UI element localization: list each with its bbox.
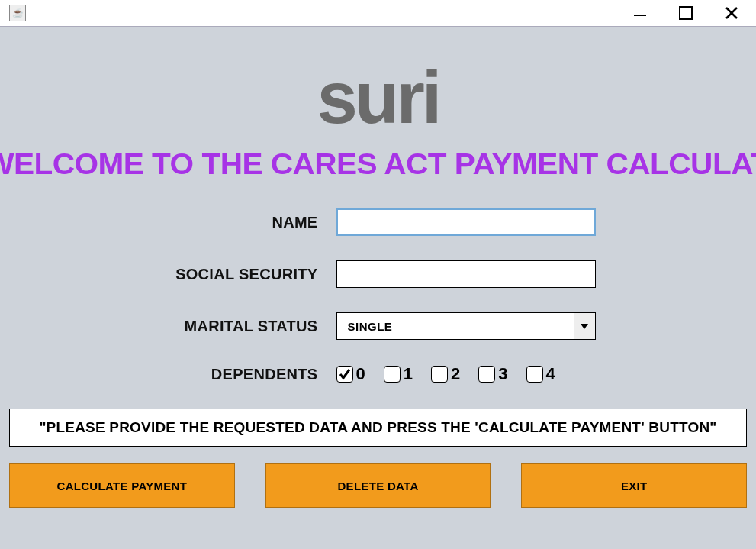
dep-checkbox-0[interactable] [336, 366, 353, 383]
logo-row: suri [0, 56, 756, 140]
dep-label-4: 4 [546, 364, 555, 384]
delete-data-button[interactable]: DELETE DATA [265, 463, 491, 508]
window-titlebar [0, 0, 756, 26]
minimize-button[interactable] [629, 2, 651, 24]
instruction-text: "PLEASE PROVIDE THE REQUESTED DATA AND P… [9, 409, 747, 447]
chevron-down-icon [574, 313, 595, 339]
dep-checkbox-2[interactable] [431, 366, 448, 383]
dep-option-0: 0 [336, 364, 365, 384]
dep-label-3: 3 [498, 364, 507, 384]
dependents-group: 0 1 2 3 [336, 364, 611, 384]
label-ssn: SOCIAL SECURITY [146, 266, 336, 283]
dep-checkbox-4[interactable] [526, 366, 543, 383]
java-app-icon [9, 5, 26, 21]
maximize-button[interactable] [675, 2, 696, 24]
row-dependents: DEPENDENTS 0 1 [0, 364, 756, 384]
ssn-field[interactable] [336, 260, 596, 288]
dep-option-1: 1 [384, 364, 413, 384]
label-marital: MARITAL STATUS [146, 318, 336, 335]
label-dependents: DEPENDENTS [146, 366, 336, 383]
dep-checkbox-1[interactable] [384, 366, 401, 383]
marital-selected-value: SINGLE [337, 320, 574, 333]
form: NAME SOCIAL SECURITY MARITAL STATUS SING… [0, 208, 756, 384]
dep-checkbox-3[interactable] [478, 366, 495, 383]
label-name: NAME [146, 214, 336, 231]
dep-option-2: 2 [431, 364, 460, 384]
dep-label-1: 1 [404, 364, 413, 384]
dep-label-2: 2 [451, 364, 460, 384]
exit-button[interactable]: EXIT [521, 463, 747, 508]
app-logo: suri [317, 57, 439, 138]
dep-option-3: 3 [478, 364, 507, 384]
app-body: suri WELCOME TO THE CARES ACT PAYMENT CA… [0, 26, 756, 549]
svg-marker-4 [581, 324, 588, 329]
row-marital: MARITAL STATUS SINGLE [0, 312, 756, 340]
marital-select[interactable]: SINGLE [336, 312, 596, 340]
dep-label-0: 0 [356, 364, 365, 384]
calculate-button[interactable]: CALCULATE PAYMENT [9, 463, 235, 508]
row-ssn: SOCIAL SECURITY [0, 260, 756, 288]
close-button[interactable] [721, 2, 742, 24]
name-field[interactable] [336, 208, 596, 236]
button-row: CALCULATE PAYMENT DELETE DATA EXIT [9, 463, 747, 508]
row-name: NAME [0, 208, 756, 236]
page-title: WELCOME TO THE CARES ACT PAYMENT CALCULA… [0, 147, 756, 181]
window-controls [629, 2, 750, 24]
svg-rect-1 [680, 7, 692, 19]
dep-option-4: 4 [526, 364, 555, 384]
